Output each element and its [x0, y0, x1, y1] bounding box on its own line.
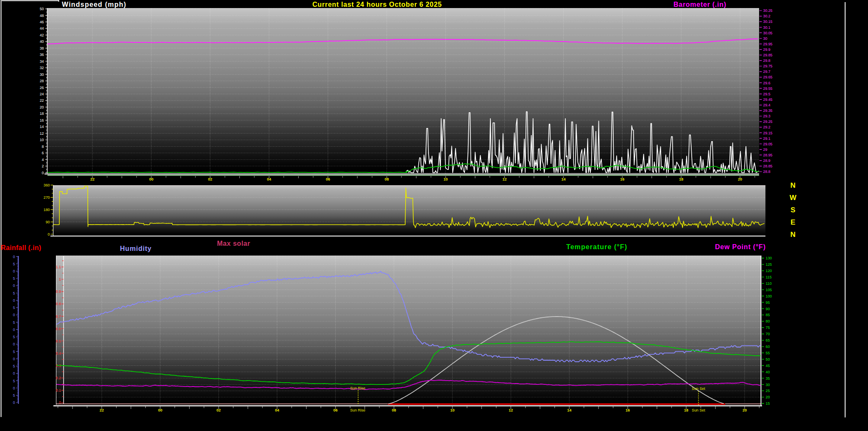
svg-text:40: 40	[40, 39, 44, 44]
svg-text:70: 70	[766, 332, 770, 336]
svg-text:14: 14	[567, 408, 571, 412]
svg-text:29.65: 29.65	[763, 75, 773, 79]
svg-text:50: 50	[40, 7, 44, 11]
svg-text:18: 18	[684, 408, 688, 412]
svg-text:0: 0	[13, 342, 15, 346]
svg-text:30: 30	[766, 383, 770, 387]
svg-text:16: 16	[620, 177, 624, 181]
svg-text:Sun Rise: Sun Rise	[350, 386, 365, 390]
svg-text:270: 270	[44, 195, 50, 200]
svg-text:34: 34	[40, 59, 44, 64]
svg-text:Dew Point (°F): Dew Point (°F)	[715, 243, 765, 250]
svg-text:80: 80	[766, 319, 770, 323]
svg-text:08: 08	[392, 408, 396, 412]
svg-text:0: 0	[13, 255, 15, 259]
svg-text:44: 44	[40, 26, 44, 31]
svg-text:180: 180	[44, 208, 50, 212]
svg-text:0.4: 0.4	[56, 351, 61, 356]
svg-text:1.1: 1.1	[56, 265, 61, 269]
svg-text:0: 0	[13, 328, 15, 332]
svg-text:29.75: 29.75	[763, 64, 773, 68]
svg-text:29.85: 29.85	[763, 53, 773, 57]
svg-text:N: N	[790, 231, 796, 239]
svg-text:Sun Set: Sun Set	[692, 408, 705, 412]
svg-text:00: 00	[158, 408, 162, 412]
svg-text:95: 95	[766, 300, 770, 305]
svg-text:0: 0	[13, 357, 15, 361]
svg-text:26: 26	[40, 86, 44, 90]
svg-text:16: 16	[626, 408, 630, 412]
svg-text:30.25: 30.25	[763, 8, 773, 13]
svg-text:5: 5	[13, 306, 15, 310]
svg-text:Humidity: Humidity	[120, 245, 151, 252]
svg-text:29: 29	[763, 147, 768, 152]
svg-text:125: 125	[766, 262, 772, 267]
svg-text:32: 32	[40, 66, 44, 70]
svg-text:30: 30	[763, 36, 768, 41]
svg-text:22: 22	[90, 177, 95, 181]
svg-text:0: 0	[13, 400, 15, 405]
svg-text:6: 6	[42, 151, 44, 155]
svg-text:0: 0	[48, 232, 50, 236]
svg-text:22: 22	[100, 408, 104, 412]
svg-text:20: 20	[743, 408, 747, 412]
svg-text:0: 0	[13, 269, 15, 273]
svg-text:22: 22	[40, 98, 44, 103]
svg-text:29.1: 29.1	[763, 136, 771, 141]
svg-text:30.2: 30.2	[763, 14, 771, 18]
svg-text:16: 16	[40, 118, 44, 122]
svg-text:20: 20	[738, 177, 742, 181]
svg-text:29.9: 29.9	[763, 47, 771, 52]
svg-text:12: 12	[40, 131, 44, 136]
svg-text:00: 00	[149, 177, 153, 181]
svg-text:Temperature (°F): Temperature (°F)	[566, 243, 627, 250]
svg-text:50: 50	[766, 357, 770, 361]
svg-text:0: 0	[42, 171, 44, 175]
svg-text:4: 4	[42, 158, 44, 162]
svg-text:5: 5	[13, 320, 15, 325]
svg-text:29.55: 29.55	[763, 86, 773, 91]
svg-text:Current last 24 hours October: Current last 24 hours October 6 2025	[312, 1, 442, 8]
svg-text:90: 90	[46, 220, 50, 224]
svg-text:45: 45	[766, 364, 770, 368]
svg-text:0.8: 0.8	[56, 302, 61, 306]
svg-text:29.05: 29.05	[763, 142, 773, 146]
svg-text:29.5: 29.5	[763, 92, 771, 96]
svg-text:130: 130	[766, 256, 772, 260]
svg-text:18: 18	[40, 111, 44, 116]
svg-text:30: 30	[40, 72, 44, 77]
svg-text:28.95: 28.95	[763, 153, 773, 157]
svg-text:48: 48	[40, 14, 44, 18]
svg-text:1: 1	[59, 277, 61, 281]
svg-text:90: 90	[766, 307, 770, 311]
svg-text:0: 0	[13, 284, 15, 288]
svg-text:0: 0	[13, 371, 15, 375]
svg-text:85: 85	[766, 313, 770, 317]
svg-text:0.1: 0.1	[56, 388, 61, 392]
svg-text:60: 60	[766, 345, 770, 349]
svg-text:29.95: 29.95	[763, 42, 773, 46]
svg-text:Barometer (.in): Barometer (.in)	[673, 1, 726, 8]
svg-text:8: 8	[42, 145, 44, 149]
svg-text:12: 12	[509, 408, 513, 412]
svg-text:0.6: 0.6	[56, 327, 61, 331]
svg-text:360: 360	[44, 183, 50, 187]
svg-text:08: 08	[385, 177, 389, 181]
svg-text:65: 65	[766, 338, 770, 342]
svg-text:2: 2	[42, 164, 44, 168]
svg-text:5: 5	[13, 379, 15, 383]
svg-text:10: 10	[443, 177, 448, 181]
svg-text:04: 04	[267, 177, 271, 181]
svg-text:10: 10	[450, 408, 454, 412]
svg-text:25: 25	[766, 389, 770, 393]
svg-text:38: 38	[40, 46, 44, 50]
svg-text:5: 5	[13, 350, 15, 354]
svg-text:Sun Set: Sun Set	[692, 387, 705, 391]
svg-text:5: 5	[13, 335, 15, 339]
svg-text:0.2: 0.2	[56, 376, 61, 380]
svg-text:30.05: 30.05	[763, 31, 773, 35]
svg-text:14: 14	[561, 177, 565, 181]
svg-text:24: 24	[40, 92, 44, 96]
svg-text:29.7: 29.7	[763, 70, 771, 74]
svg-text:Sun Rise: Sun Rise	[350, 408, 365, 412]
